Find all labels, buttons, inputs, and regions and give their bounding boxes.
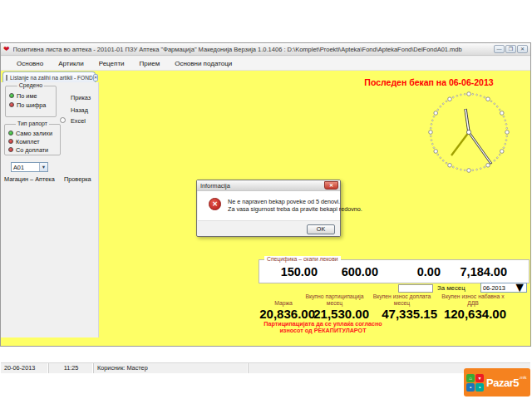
dialog-message-line2: Za vasa sigurnost treba da pravite bekap… — [228, 205, 362, 213]
specifics-groupbox: Специфика – скапи лекови 150.00 600.00 0… — [259, 259, 530, 283]
led-red-icon — [8, 139, 13, 144]
menu-recepti[interactable]: Рецепти — [91, 57, 132, 71]
logo-icons: ⌂ ▾ ▪ ▪ — [466, 374, 484, 392]
total-col-copay: Вкупен износ доплата месец — [367, 290, 437, 307]
status-bar: 20-06-2013 11:25 Корисник: Мастер — [1, 362, 530, 373]
app-window: ❤ Позитивна листа во аптека - 20101-01 П… — [0, 42, 531, 347]
workspace: Listanje na zalihi na artikli - FOND ✕ С… — [1, 71, 530, 346]
app-heart-icon: ❤ — [3, 43, 10, 56]
status-user: Корисник: Мастер — [94, 363, 249, 373]
specifics-value-4: 7,184.00 — [452, 265, 507, 278]
option-by-name[interactable]: По име — [9, 92, 37, 99]
menu-bar: Основно Артикли Рецепти Прием Основни по… — [1, 57, 530, 71]
menu-priem[interactable]: Прием — [132, 57, 168, 71]
status-time: 11:25 — [49, 363, 94, 373]
error-icon: ✕ — [209, 198, 221, 210]
groupbox-sorted-title: Средено — [17, 82, 44, 88]
dialog-message-line1: Ne e napraven bekap poveke od 5 denovi. — [228, 198, 340, 205]
ok-button[interactable]: OK — [307, 224, 335, 234]
total-col-participation: Вкупно партиципација месец — [300, 290, 369, 307]
chevron-down-icon[interactable]: ▼ — [39, 163, 47, 171]
option-only-stock[interactable]: Само залихи — [8, 130, 52, 136]
cart-icon: ▪ — [466, 383, 475, 392]
led-red-icon — [8, 147, 13, 152]
menu-osnovni-podatoci[interactable]: Основни податоци — [167, 57, 239, 71]
tag-icon: ▾ — [475, 374, 484, 382]
dialog-footer: OK — [198, 220, 340, 236]
option-by-code[interactable]: По шифра — [9, 101, 46, 108]
hour-hand — [451, 132, 469, 155]
dialog-titlebar[interactable]: Informacija ✕ — [197, 180, 340, 191]
specifics-value-3: 0.00 — [407, 265, 441, 278]
led-green-icon — [8, 131, 13, 135]
minimize-button[interactable]: — — [494, 45, 505, 53]
form-icon — [6, 75, 7, 81]
dialog-close-button[interactable]: ✕ — [324, 181, 338, 190]
option-complete[interactable]: Комплет — [8, 138, 40, 145]
led-red-icon — [9, 102, 14, 107]
dialog-body: ✕ Ne e napraven bekap poveke od 5 denovi… — [198, 191, 340, 220]
tab-close-icon[interactable]: ✕ — [93, 74, 99, 81]
logo-tld: .mk — [519, 375, 527, 380]
excel-radio-label: Excel — [71, 117, 86, 125]
participation-warning: Партиципацијата да се уплаќа согласно из… — [246, 321, 400, 334]
groupbox-report-title: Тип рапорт — [16, 121, 49, 126]
last-backup-banner: Последен бекап на 06-06-2013 — [350, 77, 508, 87]
desktop: ❤ Позитивна листа во аптека - 20101-01 П… — [0, 0, 532, 399]
specifics-title: Специфика – скапи лекови — [264, 256, 341, 262]
tab-title: Listanje na zalihi na artikli - FOND — [10, 75, 93, 81]
left-panel: Средено По име По шифра Тип рапорт Само … — [1, 82, 99, 337]
warehouse-label: Магацин – Аптека — [4, 175, 55, 183]
groupbox-sorted: Средено По име По шифра — [5, 86, 57, 117]
total-participation-value: 21,530.00 — [300, 307, 369, 321]
tab-listanje-zalihi[interactable]: Listanje na zalihi na artikli - FOND ✕ — [2, 71, 96, 82]
window-title: Позитивна листа во аптека - 20101-01 ПЗУ… — [13, 46, 475, 53]
total-purchase-value: 120,634.00 — [440, 307, 506, 321]
chevron-down-icon[interactable]: ▼ — [513, 280, 526, 295]
second-hand — [469, 132, 491, 163]
check-button[interactable]: Проверка — [64, 175, 91, 183]
led-green-icon — [9, 93, 14, 98]
logo-name: Pazar5 — [486, 377, 519, 389]
bag-icon: ▪ — [475, 383, 484, 392]
restore-button[interactable]: ❐ — [505, 45, 516, 53]
dialog-title: Informacija — [200, 182, 230, 190]
groupbox-report-type: Тип рапорт Само залихи Комплет Со доплат… — [4, 124, 61, 155]
excel-radio[interactable] — [60, 117, 66, 123]
specifics-value-2: 600.00 — [338, 265, 378, 278]
total-copay-value: 47,335.15 — [367, 307, 437, 321]
status-date: 20-06-2013 — [1, 363, 49, 373]
menu-artikli[interactable]: Артикли — [51, 57, 91, 71]
show-button[interactable]: Приказ — [71, 94, 91, 101]
option-with-copay[interactable]: Со доплати — [8, 146, 48, 153]
back-button[interactable]: Назад — [71, 106, 88, 114]
home-icon: ⌂ — [466, 374, 475, 382]
menu-osnovno[interactable]: Основно — [9, 57, 51, 71]
specifics-value-1: 150.00 — [266, 265, 318, 278]
clock-center — [466, 130, 470, 134]
warehouse-combo[interactable]: A01 ▼ — [11, 162, 48, 172]
close-button[interactable]: ✕ — [517, 45, 528, 53]
total-col-purchase: Вкупен износ набавна х ДДВ — [440, 290, 506, 307]
window-titlebar[interactable]: ❤ Позитивна листа во аптека - 20101-01 П… — [1, 43, 530, 56]
pazar5-logo: ⌂ ▾ ▪ ▪ Pazar5.mk — [464, 368, 530, 397]
analog-clock — [421, 89, 518, 175]
info-dialog: Informacija ✕ ✕ Ne e napraven bekap pove… — [196, 180, 341, 237]
